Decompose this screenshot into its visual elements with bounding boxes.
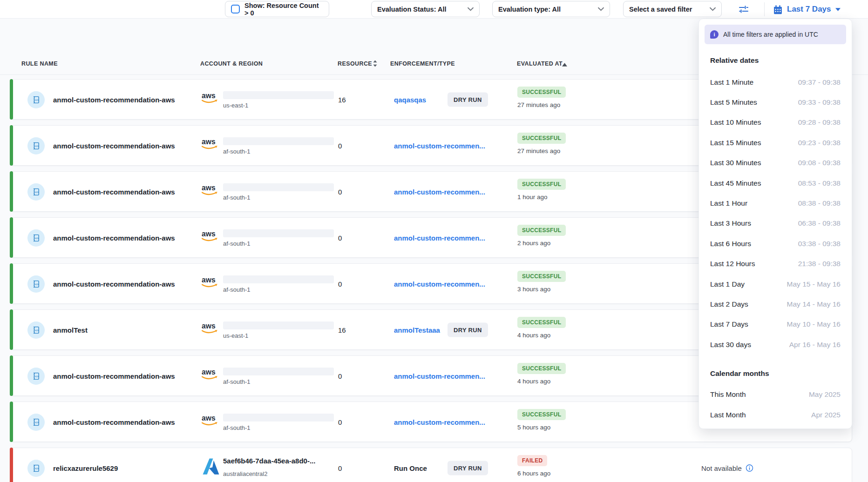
status-accent-bar — [10, 402, 13, 442]
sort-toggle-icon[interactable] — [373, 60, 378, 67]
aws-logo: aws — [201, 226, 221, 247]
enforcement-link[interactable]: anmol-custom-recommen... — [394, 187, 485, 195]
rule-name: relicxazurerule5629 — [53, 464, 118, 472]
date-range-option[interactable]: Last 1 Minute 09:37 - 09:38 — [699, 72, 852, 92]
date-range-option[interactable]: Last 2 Days May 14 - May 16 — [699, 294, 852, 314]
date-option-range: 09:08 - 09:38 — [798, 159, 841, 167]
date-option-range: Apr 16 - May 16 — [789, 341, 841, 349]
evaluation-status-cell: SUCCESSFUL 27 minutes ago — [517, 133, 566, 154]
date-range-panel: i All time filters are applied in UTC Re… — [698, 19, 852, 429]
date-range-option[interactable]: Last 10 Minutes 09:28 - 09:38 — [699, 113, 852, 133]
resource-count-checkbox[interactable] — [231, 5, 240, 13]
date-range-label: Last 7 Days — [787, 5, 831, 14]
date-range-option[interactable]: Last 3 Hours 06:38 - 09:38 — [699, 214, 852, 234]
rule-avatar: </> — [27, 460, 45, 477]
evaluation-status-cell: SUCCESSFUL 4 hours ago — [517, 317, 566, 339]
date-range-option[interactable]: Last Month Apr 2025 — [699, 405, 852, 425]
svg-text:</>: </> — [35, 329, 39, 332]
account-id: 5aef6b46-7daa-45ea-a8d0-... — [223, 457, 315, 465]
table-row[interactable]: </> relicxazurerule5629 aws 5aef6b46-7da… — [10, 448, 852, 482]
date-option-label: Last 1 Day — [710, 280, 745, 288]
info-bubble-icon: i — [710, 30, 719, 39]
date-range-option[interactable]: Last 30 days Apr 16 - May 16 — [699, 335, 852, 355]
date-option-range: May 14 - May 16 — [787, 300, 841, 308]
date-option-label: Last 45 Minutes — [710, 179, 761, 187]
date-option-label: Last 30 days — [710, 341, 751, 349]
rule-avatar: </> — [27, 368, 45, 385]
enforcement-link[interactable]: anmol-custom-recommen... — [394, 418, 485, 426]
status-badge: SUCCESSFUL — [517, 317, 566, 328]
evaluated-time: 5 hours ago — [517, 424, 566, 431]
account-id-placeholder — [223, 91, 334, 99]
enforcement-link[interactable]: anmol-custom-recommen... — [394, 234, 485, 241]
aws-logo: aws — [201, 364, 221, 385]
evaluation-status-cell: SUCCESSFUL 5 hours ago — [517, 409, 566, 431]
region-label: af-south-1 — [223, 194, 251, 201]
enforcement-link[interactable]: anmol-custom-recommen... — [394, 280, 485, 288]
svg-text:</>: </> — [35, 145, 39, 147]
info-icon[interactable] — [746, 464, 753, 472]
date-range-option[interactable]: Last 15 Minutes 09:23 - 09:38 — [699, 133, 852, 153]
evaluation-status-cell: SUCCESSFUL 2 hours ago — [517, 225, 566, 247]
status-badge: SUCCESSFUL — [517, 363, 566, 374]
svg-text:aws: aws — [202, 184, 216, 192]
account-id-placeholder — [223, 321, 334, 329]
region-label: us-east-1 — [223, 102, 248, 109]
resource-count: 16 — [338, 95, 346, 103]
show-resource-count-toggle[interactable]: Show: Resource Count > 0 — [225, 1, 329, 17]
rule-name: anmol-custom-recommendation-aws — [53, 95, 175, 103]
date-range-button[interactable]: Last 7 Days — [773, 1, 841, 17]
evaluated-time: 4 hours ago — [517, 378, 566, 385]
account-id-placeholder — [223, 275, 334, 283]
evaluation-status-select[interactable]: Evaluation Status: All — [371, 1, 480, 17]
svg-text:</>: </> — [35, 421, 39, 424]
evaluated-time: 27 minutes ago — [517, 147, 566, 154]
rule-avatar: </> — [27, 229, 45, 247]
date-range-option[interactable]: Last 30 Minutes 09:08 - 09:38 — [699, 153, 852, 173]
date-option-label: Last 5 Minutes — [710, 98, 757, 107]
calendar-month-options: This Month May 2025 Last Month Apr 2025 — [699, 384, 852, 425]
aws-logo: aws — [201, 134, 221, 154]
rule-name: anmol-custom-recommendation-aws — [53, 418, 175, 426]
date-option-range: May 15 - May 16 — [787, 280, 841, 288]
filter-settings-button[interactable] — [736, 2, 751, 16]
show-resource-count-label: Show: Resource Count > 0 — [244, 2, 323, 17]
account-id-placeholder — [223, 414, 334, 422]
date-range-option[interactable]: Last 1 Hour 08:38 - 09:38 — [699, 193, 852, 213]
rule-code-icon: </> — [32, 95, 41, 104]
enforcement-link[interactable]: anmol-custom-recommen... — [394, 372, 485, 380]
evaluated-time: 3 hours ago — [517, 286, 566, 293]
date-option-range: 09:33 - 09:38 — [798, 98, 841, 107]
enforcement-link[interactable]: anmol-custom-recommen... — [394, 141, 485, 149]
calendar-icon — [773, 5, 783, 14]
sort-ascending-icon[interactable] — [562, 63, 567, 67]
enforcement-link[interactable]: anmolTestaaa — [394, 326, 440, 334]
svg-text:aws: aws — [202, 230, 216, 238]
column-header-evaluated-at: EVALUATED AT — [517, 60, 563, 67]
date-range-option[interactable]: Last 6 Hours 03:38 - 09:38 — [699, 234, 852, 254]
date-option-label: Last 2 Days — [710, 300, 748, 308]
aws-logo: aws — [201, 318, 221, 339]
date-range-option[interactable]: Last 5 Minutes 09:33 - 09:38 — [699, 92, 852, 112]
status-accent-bar — [10, 309, 13, 350]
saved-filter-select[interactable]: Select a saved filter — [623, 1, 722, 17]
resource-count: 0 — [338, 141, 342, 149]
date-range-option[interactable]: Last 7 Days May 10 - May 16 — [699, 315, 852, 335]
utc-notice-banner: i All time filters are applied in UTC — [705, 25, 846, 44]
rule-name: anmol-custom-recommendation-aws — [53, 372, 175, 380]
status-badge: SUCCESSFUL — [517, 133, 566, 144]
date-option-range: 09:37 - 09:38 — [798, 78, 841, 87]
date-range-option[interactable]: Last 12 Hours 21:38 - 09:38 — [699, 254, 852, 274]
date-option-range: Apr 2025 — [811, 411, 841, 419]
date-option-range: 09:23 - 09:38 — [798, 139, 841, 147]
dry-run-badge: DRY RUN — [448, 322, 488, 337]
evaluation-type-select[interactable]: Evaluation type: All — [492, 1, 610, 17]
date-range-option[interactable]: This Month May 2025 — [699, 384, 852, 404]
status-accent-bar — [10, 448, 13, 482]
enforcement-link[interactable]: qaqasqas — [394, 95, 426, 103]
date-range-option[interactable]: Last 1 Day May 15 - May 16 — [699, 274, 852, 294]
date-range-option[interactable]: Last 45 Minutes 08:53 - 09:38 — [699, 173, 852, 193]
resource-count: 0 — [338, 464, 342, 472]
evaluation-status-cell: SUCCESSFUL 3 hours ago — [517, 271, 566, 293]
status-badge: SUCCESSFUL — [517, 409, 566, 420]
